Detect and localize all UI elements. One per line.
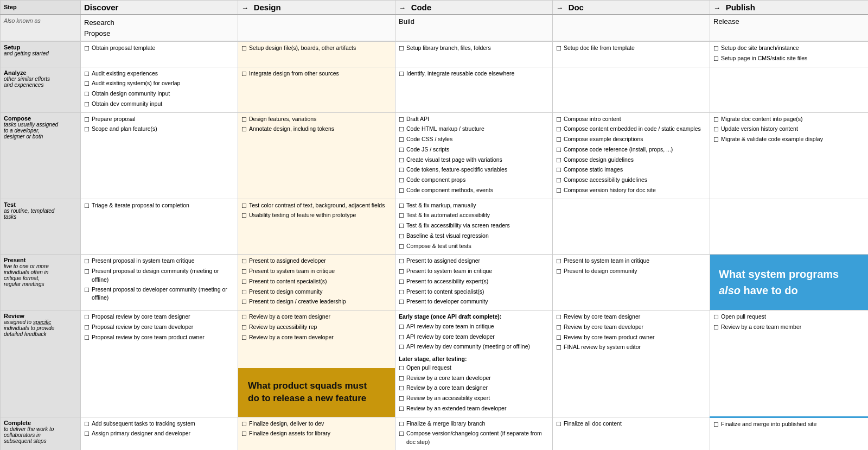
compose-publish: ☐Migrate doc content into page(s) ☐Updat…: [710, 112, 869, 199]
checkbox-icon: ☐: [713, 313, 719, 322]
list-item: ☐Open pull request: [399, 364, 549, 373]
list-item: ☐Compose intro content: [556, 115, 706, 124]
setup-row: Setup and getting started ☐Obtain propos…: [1, 41, 869, 67]
list-item: ☐Present to assigned developer: [241, 257, 392, 266]
checkbox-icon: ☐: [399, 364, 404, 373]
compose-design: ☐Design features, variations ☐Annotate d…: [238, 112, 395, 199]
arrow-publish: →: [713, 4, 720, 12]
list-item: ☐Compose design guidelines: [556, 156, 706, 165]
list-item: ☐Present to design community: [556, 267, 706, 276]
test-header-cell: Test as routine, templatedtasks: [1, 199, 81, 255]
setup-discover: ☐Obtain proposal template: [81, 41, 238, 67]
complete-design: ☐Finalize design, deliver to dev ☐Finali…: [238, 417, 395, 450]
checkbox-icon: ☐: [556, 45, 561, 53]
checkbox-icon: ☐: [399, 333, 404, 342]
aka-publish-val: Release: [713, 17, 739, 26]
aka-label: Also known as: [4, 17, 41, 24]
test-code: ☐Test & fix markup, manually ☐Test & fix…: [395, 199, 553, 255]
compose-sub: tasks usually assignedto a developer,des…: [4, 122, 77, 140]
list-item: ☐Identify, integrate reusable code elsew…: [399, 69, 549, 79]
main-table-wrapper: Step Discover → Design → Code → Doc → Pu…: [0, 0, 868, 450]
design-header: → Design: [238, 1, 395, 15]
present-row: Present live to one or moreindividuals o…: [1, 255, 869, 310]
checkbox-icon: ☐: [399, 375, 404, 383]
list-item: ☐Test & fix accessibility via screen rea…: [399, 221, 549, 231]
compose-doc: ☐Compose intro content ☐Compose content …: [553, 112, 710, 199]
list-item: ☐Compose static images: [556, 166, 706, 175]
list-item: ☐Create visual test page with variations: [399, 156, 549, 165]
list-item: ☐Audit existing system(s) for overlap: [84, 79, 234, 88]
complete-code: ☐Finalize & merge library branch ☐Compos…: [395, 417, 553, 450]
workflow-table: Step Discover → Design → Code → Doc → Pu…: [0, 0, 868, 450]
list-item: ☐Test & fix markup, manually: [399, 201, 549, 211]
list-item: ☐Code HTML markup / structure: [399, 125, 549, 134]
list-item: ☐Obtain design community input: [84, 90, 234, 99]
list-item: ☐Setup library branch, files, folders: [399, 44, 549, 53]
checkbox-icon: ☐: [84, 420, 90, 429]
analyze-publish: [710, 67, 869, 112]
checkbox-icon: ☐: [713, 125, 719, 134]
list-item: ☐Proposal review by core team developer: [84, 323, 234, 332]
present-code: ☐Present to assigned designer ☐Present t…: [395, 255, 553, 310]
checkbox-icon: ☐: [241, 278, 247, 287]
list-item: ☐Proposal review by core team product ow…: [84, 333, 234, 343]
list-item: ☐Test color contrast of text, background…: [241, 201, 392, 211]
checkbox-icon: ☐: [556, 187, 561, 195]
list-item: ☐Review by core team developer: [556, 323, 706, 332]
review-header-cell: Review assigned to specificindividuals t…: [1, 310, 81, 417]
list-item: ☐Review by a core team developer: [399, 374, 549, 383]
discover-label: Discover: [84, 3, 118, 12]
complete-title: Complete: [4, 420, 77, 426]
checkbox-icon: ☐: [399, 70, 404, 79]
list-item: ☐Present to system team in critique: [241, 267, 392, 276]
design-label: Design: [254, 3, 281, 12]
checkbox-icon: ☐: [556, 313, 561, 322]
checkbox-icon: ☐: [84, 313, 90, 322]
checkbox-icon: ☐: [241, 257, 247, 266]
list-item: ☐Scope and plan feature(s): [84, 125, 234, 134]
analyze-design: ☐Integrate design from other sources: [238, 67, 395, 112]
arrow-code: →: [399, 4, 406, 12]
test-title: Test: [4, 201, 77, 208]
checkbox-icon: ☐: [556, 334, 561, 343]
checkbox-icon: ☐: [556, 324, 561, 332]
checkbox-icon: ☐: [399, 116, 404, 124]
checkbox-icon: ☐: [713, 116, 719, 124]
checkbox-icon: ☐: [84, 90, 90, 99]
aka-doc: [553, 15, 710, 41]
list-item: ☐Review by an extended team developer: [399, 404, 549, 414]
review-row: Review assigned to specificindividuals t…: [1, 310, 869, 417]
checkbox-icon: ☐: [399, 343, 404, 352]
checkbox-icon: ☐: [241, 298, 247, 307]
checkbox-icon: ☐: [713, 45, 719, 53]
setup-doc: ☐Setup doc file from template: [553, 41, 710, 67]
checkbox-icon: ☐: [241, 212, 247, 220]
publish-label: Publish: [726, 3, 755, 12]
checkbox-icon: ☐: [399, 146, 404, 155]
aka-discover: ResearchPropose: [81, 15, 238, 41]
present-publish: What system programs also have to do: [710, 255, 869, 310]
list-item: ☐Obtain proposal template: [84, 44, 234, 53]
checkbox-icon: ☐: [241, 324, 247, 332]
test-row: Test as routine, templatedtasks ☐Triage …: [1, 199, 869, 255]
list-item: ☐Design features, variations: [241, 115, 392, 124]
checkbox-icon: ☐: [399, 278, 404, 287]
list-item: ☐Annotate design, including tokens: [241, 125, 392, 134]
checkbox-icon: ☐: [399, 405, 404, 414]
setup-header-cell: Setup and getting started: [1, 41, 81, 67]
checkbox-icon: ☐: [84, 334, 90, 343]
step-header: Step: [1, 1, 81, 15]
aka-publish: Release: [710, 15, 869, 41]
review-sub: assigned to specificindividuals to provi…: [4, 319, 77, 337]
list-item: ☐Proposal review by core team designer: [84, 313, 234, 322]
list-item: ☐Setup design file(s), boards, other art…: [241, 44, 392, 53]
present-header-cell: Present live to one or moreindividuals o…: [1, 255, 81, 310]
checkbox-icon: ☐: [713, 136, 719, 144]
discover-header: Discover: [81, 1, 238, 15]
list-item: ☐Present to system team in critique: [556, 257, 706, 266]
checkbox-icon: ☐: [84, 257, 90, 266]
list-item: ☐Compose code reference (install, props,…: [556, 145, 706, 155]
list-item: ☐Review by a core team member: [713, 323, 865, 332]
test-doc: [553, 199, 710, 255]
checkbox-icon: ☐: [399, 125, 404, 134]
